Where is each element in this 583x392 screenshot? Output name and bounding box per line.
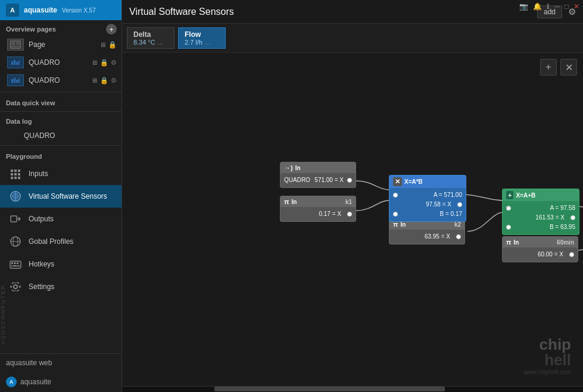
- bottom-scrollbar[interactable]: [122, 386, 583, 392]
- node-pi-in-k1[interactable]: π In k1 0.17 = X: [280, 196, 356, 222]
- playground-item-settings[interactable]: Settings: [0, 275, 121, 298]
- node-pi-60min-sub: 60min: [557, 239, 574, 246]
- node-add-b-val: B = 63.95: [550, 222, 575, 232]
- node-quadro-in-value: 571.00 = X: [314, 175, 344, 185]
- overview-section-header: Overview pages +: [0, 20, 121, 36]
- node-multiply-title: X=A*B: [404, 178, 423, 185]
- settings-label: Settings: [29, 283, 54, 291]
- app-version: Version X.57: [62, 7, 96, 14]
- node-pi-k2-title: In: [400, 221, 406, 228]
- node-multiply-header: ✕ X=A*B: [389, 175, 466, 188]
- add-overview-btn[interactable]: +: [106, 24, 117, 35]
- canvas-close-btn[interactable]: ✕: [560, 59, 577, 76]
- svg-rect-15: [11, 170, 13, 172]
- outputs-icon: [8, 212, 23, 226]
- playground-item-inputs[interactable]: Inputs: [0, 162, 121, 185]
- global-profiles-icon: [8, 234, 23, 249]
- watermark-chip-hell-row: chip: [540, 337, 571, 352]
- svg-rect-35: [11, 265, 13, 266]
- gear-icon-2: ⚙: [111, 77, 117, 84]
- watermark-hell: hell: [544, 351, 571, 369]
- node-multiply-b-val: B = 0.17: [439, 209, 462, 219]
- overview-quadro1-icons: 🖥 🔒 ⚙: [91, 59, 117, 67]
- node-pi-k1-out-dot: [347, 212, 352, 217]
- node-quadro-in-icon: →): [284, 164, 293, 171]
- node-multiply[interactable]: ✕ X=A*B A = 571.00 97.58 = X B = 0.17: [389, 175, 466, 222]
- node-pi-k1-value-row: 0.17 = X: [284, 209, 352, 219]
- node-pi-60min-out-dot: [569, 252, 574, 257]
- node-add-b-row: B = 63.95: [506, 222, 575, 232]
- bottom-links: aquasuite web A aquasuite: [0, 353, 121, 392]
- playground-item-virtual-sensors[interactable]: Virtual Software Sensors: [0, 185, 121, 208]
- node-pi-in-60min[interactable]: π In 60min 60.00 = X: [502, 236, 578, 262]
- lock-icon-3: 🔒: [100, 77, 108, 84]
- bell-icon[interactable]: 🔔: [533, 2, 542, 11]
- node-add-a-dot: [506, 206, 511, 211]
- node-add-out-dot: [570, 215, 575, 220]
- settings-icon: [8, 280, 23, 294]
- node-add-a-row: A = 97.58: [506, 203, 575, 213]
- playground-item-outputs[interactable]: Outputs: [0, 208, 121, 230]
- data-log-label: Data log: [6, 118, 32, 125]
- flow-canvas: →) In QUADRO 571.00 = X π: [122, 53, 583, 386]
- node-multiply-icon: ✕: [393, 177, 402, 186]
- svg-rect-1: [12, 42, 15, 45]
- sensor-tab-flow[interactable]: Flow 2.7 l/h ...: [178, 27, 226, 49]
- settings-svg: [10, 281, 21, 293]
- flow-tab-value: 2.7 l/h: [185, 39, 202, 46]
- node-pi-k1-icon: π: [284, 198, 289, 205]
- watermark: chip hell www.chiphell.com: [524, 337, 571, 375]
- delta-tab-name: Delta: [133, 30, 168, 39]
- camera-icon[interactable]: 📷: [519, 2, 528, 11]
- canvas-add-btn[interactable]: +: [540, 59, 557, 76]
- svg-rect-18: [11, 173, 13, 175]
- node-add-icon: +: [506, 191, 513, 199]
- overview-page-label: Page: [29, 40, 45, 49]
- monitor-icon-3: 🖥: [91, 77, 98, 84]
- watermark-hell-row: hell: [544, 352, 571, 368]
- virtual-sensors-label: Virtual Software Sensors: [29, 192, 107, 200]
- aquasuite-link[interactable]: A aquasuite: [0, 372, 121, 392]
- divider-2: [0, 111, 121, 112]
- aquasuite-web-label: aquasuite web: [6, 359, 52, 367]
- svg-rect-9: [18, 61, 20, 65]
- node-add-body: A = 97.58 161.53 = X B = 63.95: [503, 201, 579, 234]
- overview-thumb-quadro1: [7, 57, 24, 68]
- playground-item-hotkeys[interactable]: Hotkeys: [0, 253, 121, 275]
- outputs-label: Outputs: [29, 215, 54, 223]
- sensor-tab-delta[interactable]: Delta 8.34 °C ...: [127, 27, 174, 49]
- scrollbar-thumb[interactable]: [214, 387, 445, 391]
- overview-thumb-quadro2: [7, 74, 24, 86]
- node-multiply-body: A = 571.00 97.58 = X B = 0.17: [389, 188, 466, 221]
- data-log-quadro[interactable]: QUADRO: [0, 128, 121, 143]
- svg-rect-7: [14, 60, 15, 65]
- node-pi-in-k2[interactable]: π In k2 63.95 = X: [389, 218, 465, 244]
- node-quadro-in-value-row: 571.00 = X: [314, 175, 352, 185]
- playground-item-global-profiles[interactable]: Gobal Profiles: [0, 230, 121, 253]
- node-quadro-in-body: QUADRO 571.00 = X: [280, 173, 356, 187]
- maximize-icon[interactable]: □: [565, 2, 569, 11]
- minimize-icon[interactable]: ─: [554, 2, 560, 11]
- quadro-thumb-icon: [10, 58, 21, 67]
- close-icon[interactable]: ✕: [573, 2, 579, 11]
- svg-rect-33: [14, 262, 16, 264]
- node-pi-60min-icon: π: [506, 239, 511, 246]
- monitor-icon-2: 🖥: [91, 59, 98, 66]
- node-quadro-in[interactable]: →) In QUADRO 571.00 = X: [280, 162, 356, 188]
- app-title: aquasuite: [24, 6, 57, 14]
- info-icon[interactable]: ℹ: [547, 2, 550, 11]
- overview-item-quadro-1[interactable]: QUADRO 🖥 🔒 ⚙: [0, 54, 121, 71]
- overview-quadro2-label: QUADRO: [29, 76, 60, 84]
- overview-item-quadro-2[interactable]: QUADRO 🖥 🔒 ⚙: [0, 71, 121, 89]
- node-add[interactable]: + X=A+B A = 97.58 161.53 = X B = 63.95: [502, 189, 579, 235]
- svg-rect-34: [17, 262, 18, 264]
- outputs-svg: [10, 213, 21, 225]
- aquasuite-logo-icon: A: [6, 377, 17, 387]
- svg-rect-20: [18, 173, 20, 175]
- overview-item-page[interactable]: Page 🖥 🔒: [0, 36, 121, 54]
- node-pi-k1-value: 0.17 = X: [319, 209, 341, 219]
- aquasuite-web-link[interactable]: aquasuite web: [0, 354, 121, 372]
- node-add-a-val: A = 97.58: [550, 203, 575, 213]
- node-multiply-out-dot: [457, 202, 462, 207]
- hotkeys-label: Hotkeys: [29, 260, 54, 268]
